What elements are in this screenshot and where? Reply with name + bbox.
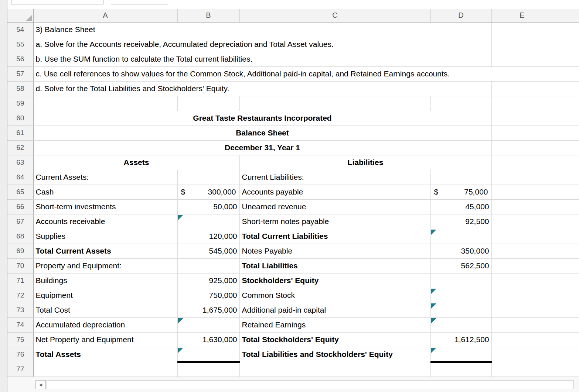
cell-F55[interactable] <box>553 37 579 52</box>
row-header-62[interactable]: 62 <box>7 140 33 155</box>
cell-A60[interactable]: Great Taste Restaurants Incorporated <box>33 111 491 125</box>
row-header-70[interactable]: 70 <box>7 258 33 273</box>
cell-E63[interactable] <box>491 155 553 170</box>
cell-D68[interactable] <box>430 229 491 244</box>
row-header-76[interactable]: 76 <box>7 347 33 362</box>
cell-E59[interactable] <box>491 96 553 111</box>
row-header-64[interactable]: 64 <box>7 170 33 185</box>
cell-E55[interactable] <box>491 37 553 52</box>
cell-A57[interactable]: c. Use cell references to show values fo… <box>33 66 579 81</box>
row-header-68[interactable]: 68 <box>7 229 33 244</box>
cell-F69[interactable] <box>553 244 579 258</box>
cell-A67[interactable]: Accounts receivable <box>33 214 177 229</box>
cell-C63[interactable]: Liabilities <box>239 155 491 170</box>
horizontal-scrollbar-track[interactable] <box>47 380 574 389</box>
cell-C66[interactable]: Unearned revenue <box>239 199 430 214</box>
cell-C59[interactable] <box>239 96 430 111</box>
cell-B69[interactable]: 545,000 <box>177 244 239 258</box>
cell-E76[interactable] <box>491 347 553 362</box>
name-box[interactable] <box>11 0 103 4</box>
cell-B73[interactable]: 1,675,000 <box>177 303 239 317</box>
cell-E54[interactable] <box>491 22 553 37</box>
cell-A70[interactable]: Property and Equipment: <box>33 258 177 273</box>
row-header-56[interactable]: 56 <box>7 52 33 66</box>
cell-A77[interactable] <box>33 362 177 376</box>
column-header-C[interactable]: C <box>239 9 430 22</box>
cell-C65[interactable]: Accounts payable <box>239 185 430 199</box>
cell-F71[interactable] <box>553 273 579 288</box>
row-header-54[interactable]: 54 <box>7 22 33 37</box>
row-header-61[interactable]: 61 <box>7 125 33 140</box>
cell-D72[interactable] <box>430 288 491 303</box>
cell-C71[interactable]: Stockholders' Equity <box>239 273 430 288</box>
column-header-A[interactable]: A <box>33 9 177 22</box>
cell-D70[interactable]: 562,500 <box>430 258 491 273</box>
cell-E60[interactable] <box>491 111 553 125</box>
row-header-60[interactable]: 60 <box>7 111 33 125</box>
cell-C76[interactable]: Total Liabilities and Stockholders' Equi… <box>239 347 430 362</box>
cell-B75[interactable]: 1,630,000 <box>177 332 239 347</box>
cell-D74[interactable] <box>430 317 491 332</box>
column-header-E[interactable]: E <box>491 9 553 22</box>
cell-D77[interactable] <box>430 362 491 376</box>
cell-F74[interactable] <box>553 317 579 332</box>
scroll-left-button[interactable]: ◀ <box>35 380 46 389</box>
cell-A76[interactable]: Total Assets <box>33 347 177 362</box>
cell-B65[interactable]: $300,000 <box>177 185 239 199</box>
row-header-67[interactable]: 67 <box>7 214 33 229</box>
cell-A58[interactable]: d. Solve for the Total Liabilities and S… <box>33 81 491 96</box>
cell-E69[interactable] <box>491 244 553 258</box>
cell-A55[interactable]: a. Solve for the Accounts receivable, Ac… <box>33 37 491 52</box>
row-header-77[interactable]: 77 <box>7 362 33 376</box>
cell-E64[interactable] <box>491 170 553 185</box>
cell-A73[interactable]: Total Cost <box>33 303 177 317</box>
cell-A68[interactable]: Supplies <box>33 229 177 244</box>
cell-C77[interactable] <box>239 362 430 376</box>
cell-D71[interactable] <box>430 273 491 288</box>
cell-F72[interactable] <box>553 288 579 303</box>
column-header-D[interactable]: D <box>430 9 491 22</box>
row-header-66[interactable]: 66 <box>7 199 33 214</box>
row-header-73[interactable]: 73 <box>7 303 33 317</box>
cell-B76[interactable] <box>177 347 239 362</box>
row-header-71[interactable]: 71 <box>7 273 33 288</box>
cell-F76[interactable] <box>553 347 579 362</box>
select-all-corner[interactable] <box>7 9 33 22</box>
cell-A62[interactable]: December 31, Year 1 <box>33 140 491 155</box>
cell-E61[interactable] <box>491 125 553 140</box>
row-header-65[interactable]: 65 <box>7 185 33 199</box>
cell-D75[interactable]: 1,612,500 <box>430 332 491 347</box>
cell-D59[interactable] <box>430 96 491 111</box>
row-header-72[interactable]: 72 <box>7 288 33 303</box>
cell-C67[interactable]: Short-term notes payable <box>239 214 430 229</box>
cell-F60[interactable] <box>553 111 579 125</box>
cell-B77[interactable] <box>177 362 239 376</box>
cell-C64[interactable]: Current Liabilities: <box>239 170 430 185</box>
row-header-74[interactable]: 74 <box>7 317 33 332</box>
cell-D65[interactable]: $75,000 <box>430 185 491 199</box>
cell-A69[interactable]: Total Current Assets <box>33 244 177 258</box>
cell-A63[interactable]: Assets <box>33 155 239 170</box>
cell-A75[interactable]: Net Property and Equipment <box>33 332 177 347</box>
cell-C72[interactable]: Common Stock <box>239 288 430 303</box>
row-header-57[interactable]: 57 <box>7 66 33 81</box>
cell-F58[interactable] <box>553 81 579 96</box>
row-header-55[interactable]: 55 <box>7 37 33 52</box>
row-header-59[interactable]: 59 <box>7 96 33 111</box>
cell-E68[interactable] <box>491 229 553 244</box>
cell-E73[interactable] <box>491 303 553 317</box>
cell-E77[interactable] <box>491 362 553 376</box>
cell-D64[interactable] <box>430 170 491 185</box>
cell-F75[interactable] <box>553 332 579 347</box>
cell-B64[interactable] <box>177 170 239 185</box>
cell-A74[interactable]: Accumulated depreciation <box>33 317 177 332</box>
cell-E65[interactable] <box>491 185 553 199</box>
cell-A66[interactable]: Short-term investments <box>33 199 177 214</box>
cell-D69[interactable]: 350,000 <box>430 244 491 258</box>
cell-B67[interactable] <box>177 214 239 229</box>
cell-C75[interactable]: Total Stockholders' Equity <box>239 332 430 347</box>
cell-D76[interactable] <box>430 347 491 362</box>
cell-A71[interactable]: Buildings <box>33 273 177 288</box>
cell-F56[interactable] <box>553 52 579 66</box>
row-header-58[interactable]: 58 <box>7 81 33 96</box>
